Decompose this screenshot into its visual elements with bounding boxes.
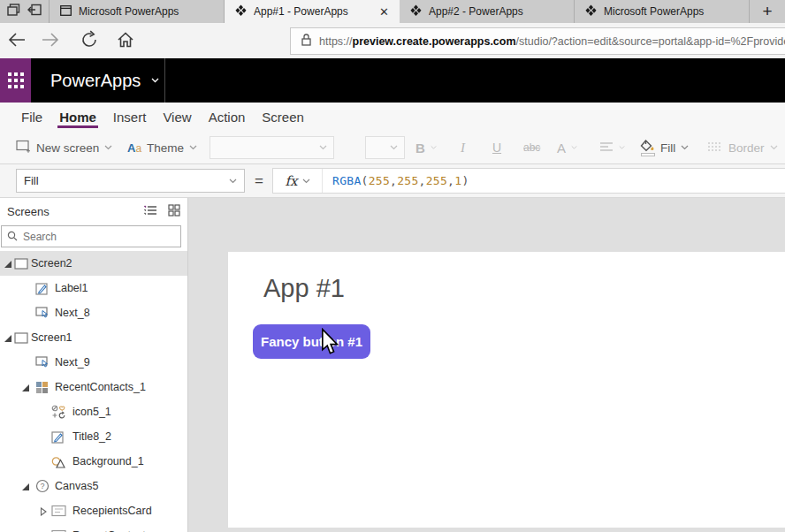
chevron-down-icon bbox=[151, 78, 159, 83]
property-selected-value: Fill bbox=[24, 174, 39, 187]
bold-icon: B bbox=[415, 141, 425, 156]
new-tab-button[interactable]: + bbox=[750, 0, 785, 23]
screens-panel-header: Screens bbox=[0, 198, 187, 224]
tab-preview-icon[interactable] bbox=[7, 4, 20, 20]
tree-item-recepientscard[interactable]: RecepientsCard bbox=[0, 498, 187, 523]
list-view-icon[interactable] bbox=[143, 204, 157, 219]
powerapps-icon bbox=[235, 4, 247, 19]
label-icon bbox=[51, 430, 65, 444]
chevron-down-icon bbox=[302, 179, 310, 184]
expander-expanded-icon[interactable] bbox=[21, 383, 30, 391]
strikethrough-icon: abc bbox=[523, 141, 540, 154]
expander-expanded-icon[interactable] bbox=[4, 259, 12, 268]
border-button[interactable]: Border bbox=[707, 132, 778, 163]
tree-item-background1[interactable]: Background_1 bbox=[0, 449, 187, 474]
svg-text:?: ? bbox=[40, 482, 44, 490]
font-family-select[interactable] bbox=[210, 136, 334, 159]
menu-screen[interactable]: Screen bbox=[260, 103, 306, 132]
app-screen-canvas[interactable]: App #1 Fancy button #1 bbox=[228, 252, 785, 528]
browser-tab-bar: Microsoft PowerApps App#1 - PowerApps ✕ … bbox=[0, 0, 785, 23]
close-tab-icon[interactable]: ✕ bbox=[376, 5, 392, 19]
url-field[interactable]: https://preview.create.powerapps.com/stu… bbox=[290, 27, 785, 55]
new-screen-button[interactable]: New screen bbox=[16, 132, 112, 163]
back-icon[interactable] bbox=[7, 30, 28, 51]
powerapps-icon bbox=[585, 4, 597, 19]
header-divider bbox=[164, 58, 165, 103]
tree-item-recentcontact[interactable]: RecentContact bbox=[0, 523, 187, 532]
tree-item-recentcontacts1[interactable]: RecentContacts_1 bbox=[0, 375, 187, 399]
chevron-down-icon bbox=[770, 145, 778, 150]
screen-icon bbox=[14, 332, 28, 344]
font-color-button[interactable]: A bbox=[557, 132, 577, 163]
italic-icon: I bbox=[461, 141, 465, 156]
theme-button[interactable]: Aa Theme bbox=[127, 132, 197, 163]
formula-input-area[interactable]: fx RGBA(255,255,255,1) bbox=[272, 168, 785, 194]
brand-menu[interactable]: PowerApps bbox=[50, 58, 159, 103]
browser-tab-3[interactable]: App#2 - PowerApps bbox=[400, 0, 575, 23]
screens-search[interactable] bbox=[1, 225, 181, 247]
canvas-icon: ? bbox=[35, 479, 50, 493]
ribbon-menu-bar: File Home Insert View Action Screen bbox=[0, 103, 785, 132]
equals-sign: = bbox=[255, 164, 263, 198]
fill-button[interactable]: Fill bbox=[640, 132, 689, 163]
tree-item-canvas5[interactable]: ? Canvas5 bbox=[0, 474, 187, 498]
browser-tab-2-active[interactable]: App#1 - PowerApps ✕ bbox=[225, 0, 400, 23]
app-launcher-button[interactable] bbox=[0, 58, 31, 103]
tree-item-screen1[interactable]: Screen1 bbox=[0, 325, 187, 350]
browser-window: Microsoft PowerApps App#1 - PowerApps ✕ … bbox=[0, 0, 785, 532]
forward-icon[interactable] bbox=[41, 30, 62, 51]
powerapps-header: PowerApps bbox=[0, 58, 785, 103]
menu-file[interactable]: File bbox=[19, 103, 44, 132]
bold-button[interactable]: B bbox=[415, 132, 437, 163]
menu-insert[interactable]: Insert bbox=[111, 103, 149, 132]
tree-item-next8[interactable]: Next_8 bbox=[0, 300, 187, 325]
chevron-down-icon bbox=[189, 145, 197, 150]
card-icon bbox=[51, 505, 66, 517]
canvas-fancy-button[interactable]: Fancy button #1 bbox=[253, 324, 370, 359]
tab-title: App#2 - PowerApps bbox=[429, 5, 567, 18]
browser-address-bar: https://preview.create.powerapps.com/stu… bbox=[0, 23, 785, 58]
browser-tab-4[interactable]: Microsoft PowerApps bbox=[575, 0, 750, 23]
border-label: Border bbox=[728, 141, 765, 155]
menu-view[interactable]: View bbox=[161, 103, 193, 132]
tree-item-title8-2[interactable]: Title8_2 bbox=[0, 424, 187, 449]
strikethrough-button[interactable]: abc bbox=[523, 132, 540, 163]
canvas-label-app-title[interactable]: App #1 bbox=[263, 274, 345, 303]
expander-expanded-icon[interactable] bbox=[4, 333, 12, 342]
chevron-down-icon bbox=[681, 145, 689, 150]
tab-title: Microsoft PowerApps bbox=[79, 5, 217, 18]
chevron-down-icon bbox=[390, 145, 398, 150]
font-size-select[interactable] bbox=[365, 136, 405, 159]
set-tabs-aside-icon[interactable] bbox=[27, 4, 42, 19]
expander-collapsed-icon[interactable] bbox=[39, 506, 48, 515]
search-icon bbox=[7, 229, 18, 245]
tree-item-screen2[interactable]: Screen2 bbox=[0, 251, 187, 276]
grid-view-icon[interactable] bbox=[168, 204, 180, 219]
expander-expanded-icon[interactable] bbox=[21, 482, 30, 490]
tab-management-icons bbox=[0, 0, 50, 23]
align-button[interactable] bbox=[599, 132, 625, 163]
browser-tab-1[interactable]: Microsoft PowerApps bbox=[50, 0, 225, 23]
formula-text[interactable]: RGBA(255,255,255,1) bbox=[323, 174, 469, 187]
tree-item-icon5-1[interactable]: icon5_1 bbox=[0, 399, 187, 424]
chevron-down-icon bbox=[431, 145, 437, 150]
property-select[interactable]: Fill bbox=[16, 169, 245, 193]
chevron-down-icon bbox=[619, 145, 625, 150]
powerapps-icon bbox=[410, 4, 422, 19]
screens-panel-title: Screens bbox=[7, 205, 50, 218]
italic-button[interactable]: I bbox=[461, 132, 465, 163]
fx-select[interactable]: fx bbox=[273, 169, 323, 193]
underline-icon: U bbox=[492, 141, 501, 155]
align-icon bbox=[599, 141, 614, 155]
theme-label: Theme bbox=[147, 141, 184, 155]
underline-button[interactable]: U bbox=[492, 132, 501, 163]
menu-action[interactable]: Action bbox=[207, 103, 248, 132]
menu-home[interactable]: Home bbox=[57, 103, 98, 132]
tree-item-next9[interactable]: Next_9 bbox=[0, 350, 187, 375]
waffle-icon bbox=[8, 72, 24, 88]
refresh-icon[interactable] bbox=[80, 30, 101, 51]
search-input[interactable] bbox=[23, 231, 175, 243]
home-icon[interactable] bbox=[116, 30, 137, 51]
tree-item-label1[interactable]: Label1 bbox=[0, 276, 187, 300]
screens-panel: Screens Screen2 Label1 bbox=[0, 198, 188, 532]
